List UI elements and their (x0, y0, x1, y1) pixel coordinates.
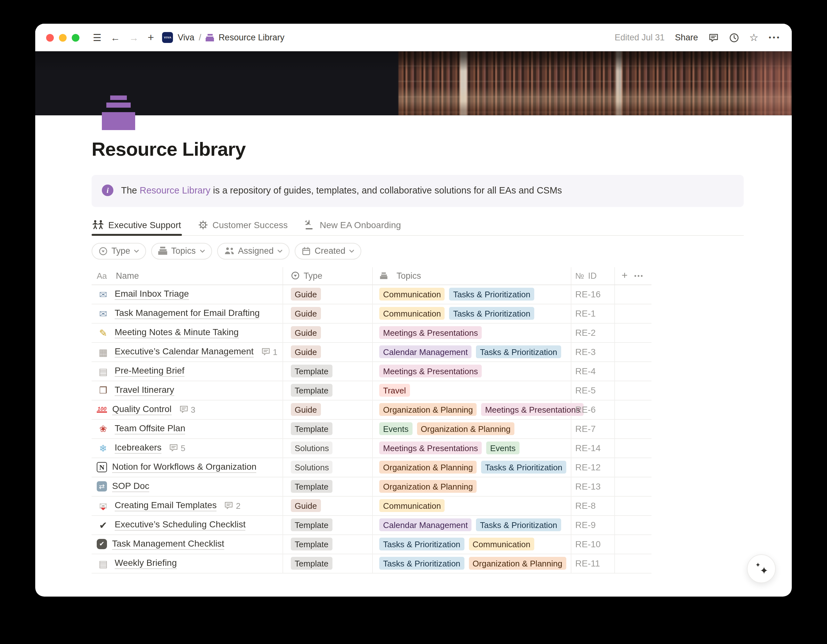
comment-count[interactable]: 3 (179, 405, 195, 414)
topic-tag[interactable]: Calendar Management (379, 518, 472, 531)
topic-tag[interactable]: Calendar Management (379, 345, 472, 358)
type-tag[interactable]: Template (291, 422, 332, 435)
row-name-link[interactable]: Quality Control (112, 404, 172, 416)
topic-tag[interactable]: Communication (379, 288, 445, 300)
row-name-link[interactable]: Executive’s Scheduling Checklist (115, 519, 246, 531)
row-name-link[interactable]: Notion for Workflows & Organization (112, 461, 257, 473)
row-name-link[interactable]: Team Offsite Plan (115, 423, 186, 435)
row-name-link[interactable]: Task Management Checklist (112, 538, 224, 550)
more-options-icon[interactable]: ••• (769, 34, 781, 41)
type-tag[interactable]: Template (291, 538, 332, 550)
topic-tag[interactable]: Travel (379, 384, 410, 397)
topics-cell: Organization & Planning (373, 477, 571, 496)
topic-tag[interactable]: Tasks & Prioritization (476, 345, 561, 358)
topic-tag[interactable]: Communication (379, 499, 445, 512)
ai-assistant-button[interactable]: ✦ ✦ (747, 554, 776, 583)
column-header-topics[interactable]: Topics (373, 267, 571, 284)
row-name-link[interactable]: Meeting Notes & Minute Taking (115, 327, 239, 339)
comment-count[interactable]: 1 (261, 347, 278, 356)
table-row: ❒Travel ItineraryTemplateTravelRE-5 (92, 381, 651, 400)
type-tag[interactable]: Guide (291, 288, 321, 300)
filter-type[interactable]: Type (92, 242, 147, 259)
topic-tag[interactable]: Events (379, 422, 412, 435)
type-tag[interactable]: Solutions (291, 461, 333, 474)
type-tag[interactable]: Template (291, 364, 332, 377)
filter-assigned[interactable]: Assigned (217, 242, 290, 259)
topic-tag[interactable]: Organization & Planning (468, 557, 566, 570)
row-name-link[interactable]: Pre-Meeting Brief (115, 365, 184, 377)
minimize-window-button[interactable] (59, 34, 67, 41)
topic-tag[interactable]: Organization & Planning (379, 461, 477, 474)
topic-tag[interactable]: Communication (379, 307, 445, 320)
topic-tag[interactable]: Meetings & Presentations (379, 364, 482, 377)
column-header-id[interactable]: № ID (571, 267, 615, 284)
topic-tag[interactable]: Organization & Planning (417, 422, 514, 435)
type-tag[interactable]: Guide (291, 499, 321, 512)
tab-new-ea-onboarding[interactable]: ✈ New EA Onboarding (304, 218, 402, 235)
row-id: RE-4 (571, 362, 615, 380)
sidebar-menu-icon[interactable]: ☰ (88, 33, 106, 42)
type-tag[interactable]: Solutions (291, 441, 333, 454)
topic-tag[interactable]: Events (486, 441, 520, 454)
resource-library-link[interactable]: Resource Library (140, 185, 211, 195)
comment-count[interactable]: 2 (225, 501, 240, 510)
page-title[interactable]: Resource Library (92, 138, 744, 160)
comments-icon[interactable] (708, 32, 718, 42)
column-header-type[interactable]: Type (283, 267, 373, 284)
zoom-window-button[interactable] (72, 34, 80, 41)
favorite-star-icon[interactable]: ☆ (749, 32, 758, 42)
row-name-link[interactable]: Icebreakers (115, 442, 161, 454)
topic-tag[interactable]: Tasks & Prioritization (379, 557, 464, 570)
type-tag[interactable]: Guide (291, 403, 321, 416)
topic-tag[interactable]: Meetings & Presentations (481, 403, 584, 416)
topic-tag[interactable]: Tasks & Prioritization (449, 307, 534, 320)
topic-tag[interactable]: Organization & Planning (379, 480, 477, 493)
workspace-logo[interactable]: VIVA (162, 32, 173, 43)
type-tag[interactable]: Guide (291, 307, 321, 320)
row-name-link[interactable]: Travel Itinerary (115, 385, 174, 396)
row-name-link[interactable]: SOP Doc (112, 481, 149, 492)
type-tag[interactable]: Template (291, 557, 332, 570)
add-column-button[interactable]: + (615, 267, 634, 284)
topic-tag[interactable]: Tasks & Prioritization (379, 538, 464, 550)
topic-tag[interactable]: Tasks & Prioritization (449, 288, 534, 300)
comment-count[interactable]: 5 (169, 443, 185, 453)
history-clock-icon[interactable] (729, 32, 739, 42)
row-name-link[interactable]: Executive’s Calendar Management (115, 346, 254, 358)
row-name-link[interactable]: Creating Email Templates (115, 500, 217, 512)
tab-executive-support[interactable]: Executive Support (92, 218, 182, 235)
filter-created[interactable]: Created (295, 242, 361, 259)
topic-tag[interactable]: Meetings & Presentations (379, 326, 482, 339)
topics-cell: CommunicationTasks & Prioritization (373, 285, 571, 303)
back-icon[interactable]: ← (106, 33, 125, 42)
row-name-link[interactable]: Weekly Briefing (115, 558, 177, 569)
table-options-icon[interactable]: ••• (634, 267, 644, 284)
topic-tag[interactable]: Tasks & Prioritization (476, 518, 561, 531)
type-tag[interactable]: Guide (291, 345, 321, 358)
forward-icon[interactable]: → (125, 33, 143, 42)
row-name-link[interactable]: Email Inbox Triage (115, 288, 189, 300)
luggage-icon: ❒ (97, 386, 109, 395)
filter-topics[interactable]: Topics (151, 242, 212, 259)
breadcrumb-page[interactable]: Resource Library (218, 33, 284, 42)
topic-tag[interactable]: Tasks & Prioritization (481, 461, 566, 474)
name-cell: ✉Email Inbox Triage (92, 285, 283, 303)
type-tag[interactable]: Template (291, 384, 332, 397)
topic-tag[interactable]: Meetings & Presentations (379, 441, 482, 454)
type-tag[interactable]: Template (291, 480, 332, 493)
type-tag[interactable]: Guide (291, 326, 321, 339)
topic-tag[interactable]: Organization & Planning (379, 403, 477, 416)
new-tab-icon[interactable]: + (143, 32, 159, 43)
type-tag[interactable]: Template (291, 518, 332, 531)
breadcrumb-workspace[interactable]: Viva (178, 33, 194, 42)
close-window-button[interactable] (46, 34, 54, 41)
row-id: RE-9 (571, 516, 615, 534)
share-button[interactable]: Share (675, 33, 698, 42)
type-select-icon (291, 271, 300, 280)
tab-customer-success[interactable]: Customer Success (197, 218, 288, 235)
topic-tag[interactable]: Communication (468, 538, 534, 550)
page-icon-archive[interactable] (102, 95, 135, 130)
type-cell: Template (283, 381, 373, 400)
row-name-link[interactable]: Task Management for Email Drafting (115, 308, 260, 319)
column-header-name[interactable]: Aa Name (92, 267, 283, 284)
